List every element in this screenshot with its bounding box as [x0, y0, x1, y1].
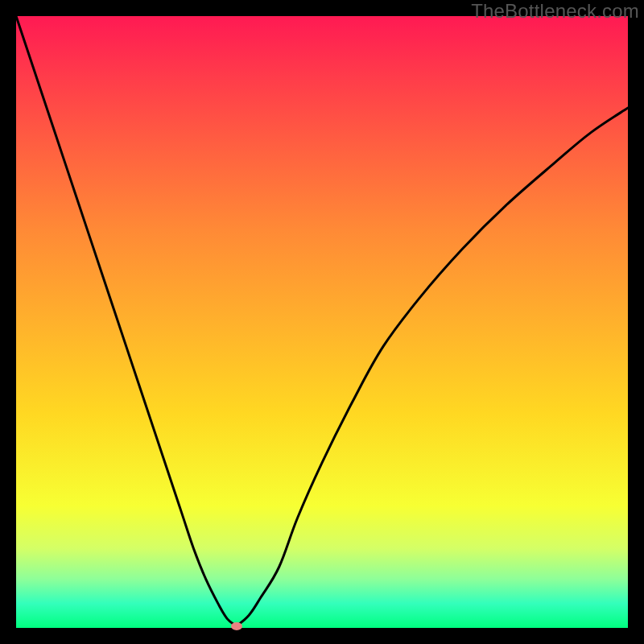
- bottleneck-curve: [16, 16, 628, 628]
- curve-right: [237, 108, 628, 626]
- watermark-text: TheBottleneck.com: [471, 0, 639, 23]
- curve-left: [16, 16, 237, 626]
- optimal-point-marker: [231, 622, 242, 630]
- chart-plot-area: [16, 16, 628, 628]
